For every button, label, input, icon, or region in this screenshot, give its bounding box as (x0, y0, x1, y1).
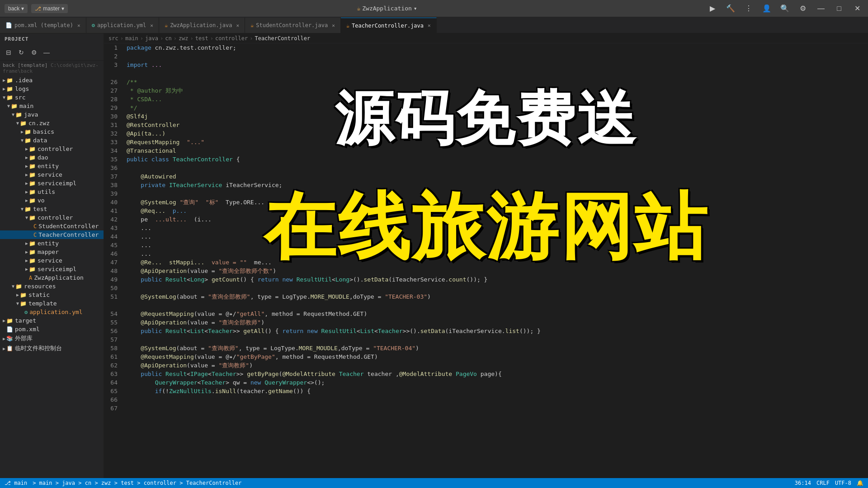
expand-icon: ▶ (25, 267, 28, 272)
tab-teacher-label: TeacherController.java (352, 23, 424, 29)
tree-basics[interactable]: ▶ 📁 basics (0, 127, 104, 136)
tree-vo[interactable]: ▶ 📁 vo (0, 196, 104, 205)
folder-icon: 📁 (29, 215, 36, 221)
branch-button[interactable]: ⎇ master ▾ (31, 4, 68, 13)
bc-zwz: zwz (179, 35, 189, 42)
folder-icon: 📁 (20, 300, 27, 307)
minimize-sidebar-button[interactable]: — (42, 47, 52, 57)
close-button[interactable]: ✕ (851, 2, 863, 15)
expand-icon: ▼ (3, 95, 5, 100)
tree-label: test (33, 206, 47, 212)
more-button[interactable]: ⋮ (742, 2, 755, 15)
bc-controller: controller (215, 35, 248, 42)
tree-label: dao (38, 154, 48, 161)
tree-target[interactable]: ▶ 📁 target (0, 316, 104, 325)
expand-icon: ▶ (3, 86, 5, 91)
tree-utils[interactable]: ▶ 📁 utils (0, 188, 104, 196)
tree-zwzapp[interactable]: ▶ A ZwzApplication (0, 273, 104, 282)
zwzapp-icon: ☕ (165, 22, 168, 28)
tree-data[interactable]: ▼ 📁 data (0, 136, 104, 145)
tree-java[interactable]: ▼ 📁 java (0, 110, 104, 119)
tree-resources[interactable]: ▼ 📁 resources (0, 282, 104, 291)
statusbar-line-ending[interactable]: CRLF (816, 480, 830, 486)
sync-button[interactable]: ↻ (16, 47, 26, 57)
tree-pomxml[interactable]: ▶ 📄 pom.xml (0, 325, 104, 333)
tree-dao[interactable]: ▶ 📁 dao (0, 153, 104, 162)
folder-icon: 📁 (6, 94, 13, 101)
run-button[interactable]: ▶ (706, 2, 719, 15)
tab-pom[interactable]: 📄 pom.xml (template) ✕ (0, 18, 86, 33)
bc-src: src (108, 35, 118, 42)
tree-test-entity[interactable]: ▶ 📁 entity (0, 239, 104, 248)
expand-icon: ▼ (25, 215, 28, 220)
main-layout: Project ⊟ ↻ ⚙ — back [template] C:\code\… (0, 33, 868, 478)
tab-zwzapp-close[interactable]: ✕ (236, 23, 239, 28)
folder-icon: 📁 (29, 155, 36, 161)
code-container: 1 2 3 26 27 28 29 30 31 32 33 34 35 36 3… (104, 43, 868, 478)
statusbar-encoding[interactable]: UTF-8 (835, 480, 851, 486)
sidebar: Project ⊟ ↻ ⚙ — back [template] C:\code\… (0, 33, 104, 478)
tree-test-service[interactable]: ▶ 📁 service (0, 256, 104, 265)
chevron-down-icon2: ▾ (61, 5, 64, 12)
search-button[interactable]: 🔍 (778, 2, 791, 15)
pom-icon: 📄 (5, 22, 12, 28)
tree-src[interactable]: ▼ 📁 src (0, 93, 104, 102)
tree-external-libs[interactable]: ▶ 📚 外部库 (0, 333, 104, 343)
tree-test-serviceimpl[interactable]: ▶ 📁 serviceimpl (0, 265, 104, 273)
editor-area: src › main › java › cn › zwz › test › co… (104, 33, 868, 478)
tab-application-close[interactable]: ✕ (150, 23, 153, 28)
tree-entity[interactable]: ▶ 📁 entity (0, 162, 104, 170)
gear-icon[interactable]: ⚙ (29, 47, 39, 57)
tab-application[interactable]: ⚙ application.yml ✕ (86, 18, 159, 33)
statusbar-position[interactable]: 36:14 (795, 480, 811, 486)
build-button[interactable]: 🔨 (724, 2, 737, 15)
tree-serviceimpl[interactable]: ▶ 📁 serviceimpl (0, 179, 104, 188)
xml-icon: 📄 (6, 326, 13, 333)
statusbar-breadcrumb[interactable]: > main > java > cn > zwz > test > contro… (33, 480, 241, 486)
tree-label: application.yml (29, 309, 82, 315)
tree-template[interactable]: ▼ 📁 template (0, 299, 104, 308)
tree-test-controller[interactable]: ▼ 📁 controller (0, 213, 104, 222)
user-button[interactable]: 👤 (760, 2, 773, 15)
tree-main[interactable]: ▼ 📁 main (0, 102, 104, 110)
tree-teacher-controller[interactable]: ▶ C TeacherController (0, 230, 104, 239)
tree-service[interactable]: ▶ 📁 service (0, 170, 104, 179)
folder-icon: 📁 (29, 258, 36, 264)
statusbar-notifications[interactable]: 🔔 (857, 480, 863, 486)
tree-label: main (19, 103, 33, 109)
tab-pom-close[interactable]: ✕ (77, 23, 80, 28)
minimize-button[interactable]: — (815, 2, 827, 15)
tree-label: serviceimpl (38, 266, 76, 272)
tree-cnzwz[interactable]: ▼ 📁 cn.zwz (0, 119, 104, 127)
editor[interactable]: 1 2 3 26 27 28 29 30 31 32 33 34 35 36 3… (104, 43, 868, 478)
tree-temp-files[interactable]: ▶ 📋 临时文件和控制台 (0, 343, 104, 353)
tree-label: StudentController (38, 223, 99, 230)
maximize-button[interactable]: □ (833, 2, 845, 15)
tree-test[interactable]: ▼ 📁 test (0, 205, 104, 213)
collapse-all-button[interactable]: ⊟ (4, 47, 14, 57)
tree-controller[interactable]: ▶ 📁 controller (0, 145, 104, 153)
tree-label: 外部库 (15, 334, 33, 343)
tree-student-controller[interactable]: ▶ C StudentController (0, 222, 104, 230)
tree-application-yml[interactable]: ▶ ⚙ application.yml (0, 308, 104, 316)
tab-teacher[interactable]: ☕ TeacherController.java ✕ (341, 18, 437, 33)
tab-student-close[interactable]: ✕ (332, 23, 335, 28)
expand-icon: ▶ (25, 249, 28, 254)
tree-static[interactable]: ▶ 📁 static (0, 291, 104, 299)
statusbar-right: 36:14 CRLF UTF-8 🔔 (795, 480, 863, 486)
tree-mapper[interactable]: ▶ 📁 mapper (0, 248, 104, 256)
tab-teacher-close[interactable]: ✕ (428, 23, 431, 28)
settings-button[interactable]: ⚙ (797, 2, 809, 15)
back-button[interactable]: back ▾ (5, 4, 28, 13)
folder-icon: 📁 (29, 266, 36, 272)
tab-student[interactable]: ☕ StudentController.java ✕ (245, 18, 341, 33)
tab-zwzapp[interactable]: ☕ ZwzApplication.java ✕ (159, 18, 245, 33)
statusbar-branch[interactable]: ⎇ main (5, 480, 27, 486)
tree-logs[interactable]: ▶ 📁 logs (0, 84, 104, 93)
branch-label: master (43, 5, 60, 12)
tree-label: basics (33, 128, 54, 135)
tree-label: 临时文件和控制台 (15, 344, 62, 352)
tree-idea[interactable]: ▶ 📁 .idea (0, 76, 104, 84)
tree-label: controller (38, 145, 73, 152)
app-label: ZwzApplication (362, 5, 412, 12)
